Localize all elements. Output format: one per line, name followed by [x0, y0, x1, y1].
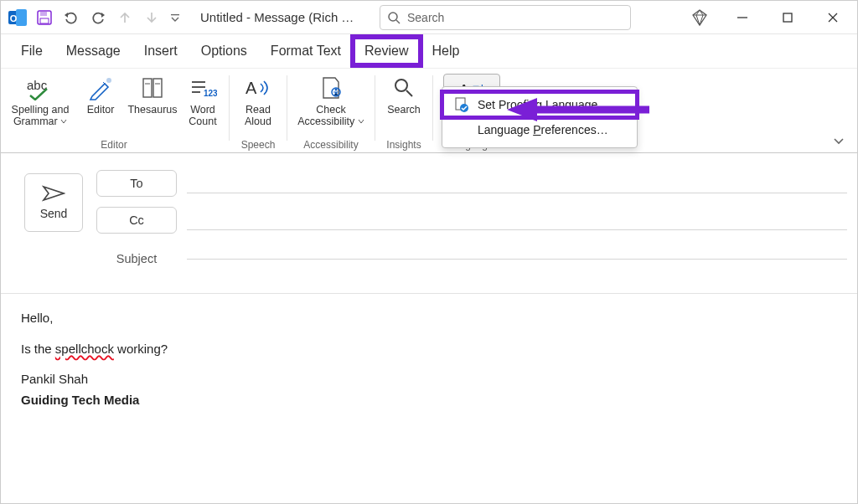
ribbon-tabs: File Message Insert Options Format Text …: [1, 34, 857, 68]
group-editor: abc Spelling andGrammar Editor Thesaurus…: [1, 69, 227, 152]
language-menu: Set Proofing Language… Language Preferen…: [442, 86, 638, 148]
group-separator: [229, 75, 230, 141]
tab-review[interactable]: Review: [353, 37, 420, 65]
to-button[interactable]: To: [96, 170, 177, 197]
svg-text:123: 123: [204, 89, 217, 98]
outlook-icon: O: [6, 6, 29, 29]
subject-label: Subject: [96, 252, 177, 265]
svg-point-7: [389, 13, 397, 21]
svg-rect-15: [143, 79, 152, 97]
svg-rect-6: [171, 14, 179, 15]
mail-body[interactable]: Hello, Is the spellchock working? Pankil…: [1, 294, 857, 436]
tab-message[interactable]: Message: [54, 37, 132, 65]
prev-item-button[interactable]: [113, 3, 137, 33]
thesaurus-icon: [140, 74, 165, 102]
window-title: Untitled - Message (Rich T…: [200, 10, 359, 24]
title-bar: O Untitled - Message (Rich T… Search: [1, 1, 857, 34]
body-line2: Is the spellchock working?: [21, 340, 837, 359]
group-accessibility: CheckAccessibility Accessibility: [289, 69, 373, 152]
svg-point-26: [395, 80, 407, 91]
tab-format-text[interactable]: Format Text: [259, 37, 353, 65]
search-icon: [392, 74, 416, 102]
read-aloud-button[interactable]: A ReadAloud: [236, 72, 280, 137]
tab-help[interactable]: Help: [421, 37, 472, 65]
search-box[interactable]: Search: [380, 5, 631, 30]
next-item-button[interactable]: [140, 3, 163, 33]
spelling-icon: abc: [23, 74, 57, 102]
premium-icon[interactable]: [683, 1, 716, 34]
ribbon: abc Spelling andGrammar Editor Thesaurus…: [1, 68, 857, 153]
send-button[interactable]: Send: [24, 173, 83, 232]
maximize-button[interactable]: [768, 1, 807, 34]
group-label-editor: Editor: [101, 139, 127, 152]
cc-input[interactable]: [187, 229, 847, 230]
qat-customize-dropdown[interactable]: [167, 3, 183, 33]
language-preferences-item[interactable]: Language Preferences…: [442, 117, 637, 142]
svg-rect-1: [16, 9, 27, 26]
body-greeting: Hello,: [21, 309, 837, 328]
save-button[interactable]: [33, 3, 56, 33]
word-count-button[interactable]: 123 WordCount: [183, 72, 222, 137]
svg-rect-4: [40, 12, 47, 16]
svg-text:A: A: [246, 79, 257, 97]
misspelled-word: spellchock: [55, 342, 114, 356]
cc-button[interactable]: Cc: [96, 207, 177, 234]
editor-button[interactable]: Editor: [80, 72, 121, 137]
group-label-insights: Insights: [386, 139, 421, 152]
word-count-icon: 123: [189, 74, 217, 102]
svg-point-14: [106, 78, 111, 83]
group-label-accessibility: Accessibility: [303, 139, 358, 152]
ribbon-collapse-button[interactable]: [832, 134, 845, 147]
tab-file[interactable]: File: [9, 37, 54, 65]
to-input[interactable]: [187, 193, 847, 193]
group-insights: Search Insights: [377, 69, 431, 152]
group-speech: A ReadAloud Speech: [231, 69, 285, 152]
svg-rect-5: [40, 18, 49, 23]
group-label-speech: Speech: [241, 139, 276, 152]
close-button[interactable]: [814, 1, 852, 34]
check-accessibility-button[interactable]: CheckAccessibility: [294, 72, 368, 137]
read-aloud-icon: A: [244, 74, 272, 102]
svg-line-8: [396, 20, 400, 23]
group-separator: [287, 75, 287, 141]
tab-options[interactable]: Options: [189, 37, 259, 65]
accessibility-icon: [318, 74, 344, 102]
search-placeholder: Search: [407, 11, 444, 24]
minimize-button[interactable]: [723, 1, 762, 34]
smart-search-button[interactable]: Search: [382, 72, 426, 137]
proofing-language-icon: [454, 97, 469, 112]
signature-company: Guiding Tech Media: [21, 391, 837, 410]
set-proofing-language-item[interactable]: Set Proofing Language…: [442, 92, 637, 117]
svg-point-25: [335, 89, 338, 91]
undo-button[interactable]: [59, 3, 83, 33]
svg-line-27: [406, 90, 412, 96]
svg-rect-10: [783, 13, 792, 22]
redo-button[interactable]: [86, 3, 110, 33]
send-icon: [42, 185, 65, 202]
compose-header: Send To Cc Subject: [1, 153, 857, 294]
signature-name: Pankil Shah: [21, 370, 837, 389]
subject-input[interactable]: [187, 259, 847, 260]
tab-insert[interactable]: Insert: [132, 37, 189, 65]
group-separator: [432, 75, 433, 141]
spelling-grammar-button[interactable]: abc Spelling andGrammar: [6, 72, 75, 137]
group-separator: [375, 75, 375, 141]
cc-row: Cc: [96, 207, 847, 234]
svg-text:O: O: [10, 13, 18, 23]
to-row: To: [96, 170, 847, 197]
subject-row: Subject: [96, 252, 847, 265]
search-icon: [387, 11, 401, 24]
editor-icon: [88, 74, 113, 102]
svg-rect-16: [153, 79, 162, 97]
thesaurus-button[interactable]: Thesaurus: [127, 72, 178, 137]
